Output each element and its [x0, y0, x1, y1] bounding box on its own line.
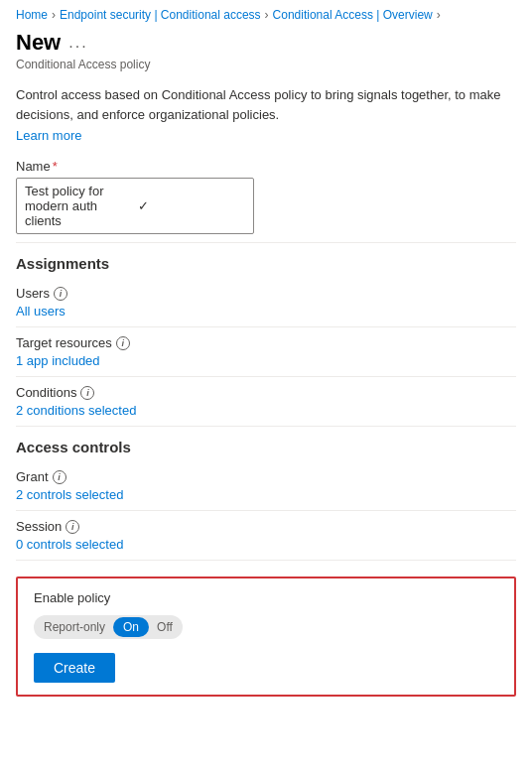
name-field-label: Name* — [16, 159, 516, 174]
breadcrumb-separator-1: › — [52, 8, 56, 22]
session-info-icon[interactable]: i — [66, 520, 79, 534]
toggle-switch-container[interactable]: Report-only On Off — [34, 615, 183, 639]
breadcrumb-conditional-access-overview[interactable]: Conditional Access | Overview — [273, 8, 433, 22]
conditions-row: Conditions i 2 conditions selected — [16, 377, 516, 427]
toggle-on[interactable]: On — [113, 617, 149, 637]
session-value[interactable]: 0 controls selected — [16, 537, 123, 552]
conditions-label-row: Conditions i — [16, 385, 516, 400]
description-text: Control access based on Conditional Acce… — [16, 85, 516, 124]
toggle-off[interactable]: Off — [149, 617, 181, 637]
enable-policy-label: Enable policy — [34, 590, 498, 605]
conditions-info-icon[interactable]: i — [80, 386, 94, 400]
breadcrumb: Home › Endpoint security | Conditional a… — [0, 0, 532, 30]
users-info-icon[interactable]: i — [54, 287, 67, 301]
breadcrumb-home[interactable]: Home — [16, 8, 48, 22]
grant-row: Grant i 2 controls selected — [16, 461, 516, 511]
divider-after-name — [16, 242, 516, 243]
conditions-label: Conditions — [16, 385, 76, 400]
conditions-value[interactable]: 2 conditions selected — [16, 403, 136, 418]
session-label: Session — [16, 519, 62, 534]
users-value[interactable]: All users — [16, 304, 66, 319]
create-button[interactable]: Create — [34, 653, 115, 683]
users-row: Users i All users — [16, 278, 516, 327]
grant-info-icon[interactable]: i — [53, 470, 66, 484]
target-resources-label-row: Target resources i — [16, 335, 516, 350]
main-content: New ... Conditional Access policy Contro… — [0, 30, 532, 712]
enable-policy-box: Enable policy Report-only On Off Create — [16, 577, 516, 697]
target-resources-row: Target resources i 1 app included — [16, 327, 516, 377]
checkmark-icon: ✓ — [138, 198, 245, 213]
session-row: Session i 0 controls selected — [16, 511, 516, 561]
page-subtitle: Conditional Access policy — [16, 58, 516, 71]
name-input-value: Test policy for modern auth clients — [25, 184, 132, 228]
assignments-section-header: Assignments — [16, 255, 516, 272]
grant-value[interactable]: 2 controls selected — [16, 487, 123, 502]
grant-label-row: Grant i — [16, 469, 516, 484]
users-label-row: Users i — [16, 286, 516, 301]
target-resources-label: Target resources — [16, 335, 112, 350]
access-controls-section: Access controls Grant i 2 controls selec… — [16, 439, 516, 561]
toggle-report-only[interactable]: Report-only — [36, 617, 113, 637]
target-resources-value[interactable]: 1 app included — [16, 353, 100, 368]
toggle-row: Report-only On Off — [34, 615, 498, 639]
name-input-wrapper[interactable]: Test policy for modern auth clients ✓ — [16, 178, 254, 234]
page-title-row: New ... — [16, 30, 516, 56]
breadcrumb-separator-2: › — [265, 8, 269, 22]
required-indicator: * — [53, 159, 58, 174]
breadcrumb-end-chevron: › — [437, 8, 441, 22]
name-section: Name* Test policy for modern auth client… — [16, 159, 516, 234]
users-label: Users — [16, 286, 50, 301]
grant-label: Grant — [16, 469, 49, 484]
learn-more-link[interactable]: Learn more — [16, 128, 81, 143]
page-title: New — [16, 30, 61, 56]
session-label-row: Session i — [16, 519, 516, 534]
access-controls-section-header: Access controls — [16, 439, 516, 455]
more-options-button[interactable]: ... — [68, 34, 87, 52]
breadcrumb-endpoint-security[interactable]: Endpoint security | Conditional access — [60, 8, 261, 22]
target-resources-info-icon[interactable]: i — [116, 336, 130, 350]
